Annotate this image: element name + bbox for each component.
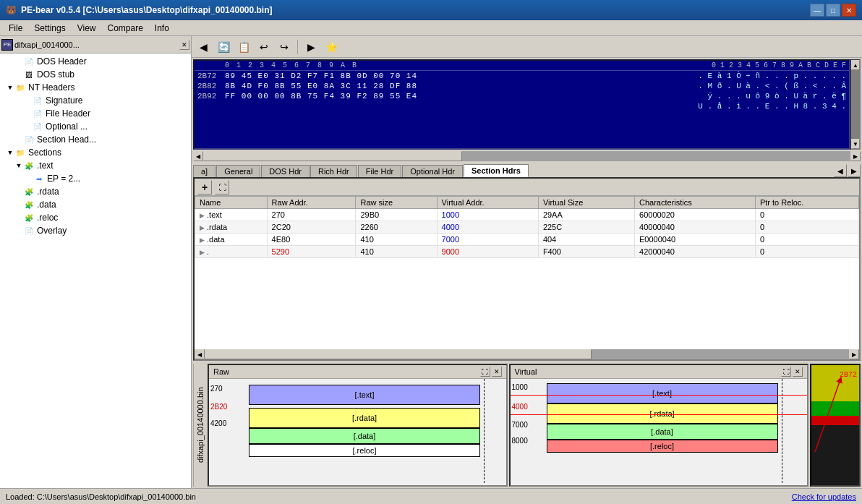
toolbar-star-button[interactable]: ⭐ — [323, 38, 340, 56]
raw-rdata-block[interactable]: [.rdata] — [249, 408, 480, 428]
tree-label-text: .text — [37, 161, 54, 171]
raw-data-block[interactable]: [.data] — [249, 428, 480, 444]
raw-reloc-block[interactable]: [.reloc] — [249, 444, 480, 457]
table-row[interactable]: ▶ .text 270 29B0 1000 29AA 60000020 0 — [195, 209, 859, 221]
col-chars[interactable]: Characteristics — [635, 197, 756, 209]
col-name[interactable]: Name — [195, 197, 268, 209]
tab-nav-left[interactable]: ◀ — [834, 164, 847, 177]
hex-hscroll-left[interactable]: ◀ — [193, 151, 203, 161]
hex-scroll-up[interactable]: ▲ — [851, 60, 860, 70]
tree-item-sections[interactable]: ▼ 📁 Sections — [1, 146, 189, 159]
virt-addr-4000: 4000 — [512, 403, 528, 411]
raw-panel-expand[interactable]: ⛶ — [480, 367, 490, 377]
menu-settings[interactable]: Settings — [28, 22, 71, 35]
hex-hscroll[interactable]: ◀ ▶ — [193, 151, 861, 161]
tree-item-ep[interactable]: ➡ EP = 2... — [1, 172, 189, 185]
toolbar-copy-button[interactable]: 📋 — [235, 38, 252, 56]
maximize-button[interactable]: □ — [826, 4, 840, 17]
table-hscroll[interactable]: ◀ ▶ — [195, 349, 859, 359]
tree-label-section-headers: Section Head... — [37, 134, 96, 145]
virt-text-block[interactable]: [.text] — [547, 383, 778, 403]
col-raw-size[interactable]: Raw size — [356, 197, 437, 209]
raw-text-block[interactable]: [.text] — [249, 385, 480, 405]
menu-view[interactable]: View — [72, 22, 102, 35]
dos-header-icon: 📄 — [23, 56, 35, 67]
tree-item-file-header[interactable]: 📄 File Header — [1, 107, 189, 120]
toolbar-back-button[interactable]: ◀ — [195, 38, 212, 56]
tree-item-dos-stub[interactable]: 🖼 DOS stub — [1, 68, 189, 81]
tab-dos-hdr[interactable]: DOS Hdr — [261, 165, 310, 177]
raw-addr-2b20: 2B20 — [210, 403, 227, 411]
tree-label-nt-headers: NT Headers — [28, 82, 74, 93]
tabs-header: a] General DOS Hdr Rich Hdr File Hdr Opt… — [193, 164, 861, 177]
svg-line-0 — [815, 380, 840, 452]
virt-dashed-line — [782, 379, 782, 483]
tree-item-overlay[interactable]: 📄 Overlay — [1, 224, 189, 237]
tab-a[interactable]: a] — [193, 165, 216, 177]
col-raw-addr[interactable]: Raw Addr. — [267, 197, 356, 209]
tree-item-signature[interactable]: 📄 Signature — [1, 94, 189, 107]
menu-info[interactable]: Info — [149, 22, 175, 35]
hex-addr-1: 2B72 — [197, 72, 225, 80]
sidebar-close-button[interactable]: ✕ — [179, 40, 189, 50]
hex-ascii-3: ÿ . . . u ô 9 ò . U ä r . ë ¶ — [702, 92, 846, 101]
expand-section-button[interactable]: ⛶ — [215, 180, 229, 195]
hex-hscroll-right[interactable]: ▶ — [850, 151, 861, 161]
table-hscroll-thumb[interactable] — [205, 349, 592, 359]
tree-label-dos-stub: DOS stub — [37, 69, 74, 80]
sections-data-table: Name Raw Addr. Raw size Virtual Addr. Vi… — [195, 196, 859, 258]
hex-bytes-header: 0 1 2 3 4 5 6 7 8 9 A B — [225, 61, 706, 69]
virt-data-block[interactable]: [.data] — [547, 424, 778, 440]
tree-item-optional[interactable]: 📄 Optional ... — [1, 120, 189, 133]
tab-optional-hdr[interactable]: Optional Hdr — [402, 165, 463, 177]
toolbar-forward-button[interactable]: ▶ — [302, 38, 320, 56]
tab-general[interactable]: General — [216, 165, 260, 177]
col-virt-addr[interactable]: Virtual Addr. — [437, 197, 538, 209]
toolbar-refresh-button[interactable]: 🔄 — [215, 38, 232, 56]
tab-section-hdrs[interactable]: Section Hdrs — [464, 164, 529, 177]
cell-virt-size: F400 — [538, 246, 634, 258]
hex-vscroll[interactable]: ▲ ▼ — [850, 59, 861, 150]
tree-item-dos-header[interactable]: 📄 DOS Header — [1, 55, 189, 68]
menu-file[interactable]: File — [3, 22, 28, 35]
cell-virt-addr: 1000 — [437, 209, 538, 221]
tree-item-rdata[interactable]: 🧩 .rdata — [1, 185, 189, 198]
col-virt-size[interactable]: Virtual Size — [538, 197, 634, 209]
table-row[interactable]: ▶ .data 4E80 410 7000 404 E0000040 0 — [195, 234, 859, 246]
table-hscroll-left[interactable]: ◀ — [195, 349, 205, 359]
raw-panel-close[interactable]: ✕ — [492, 367, 502, 377]
check-updates-link[interactable]: Check for updates — [792, 492, 856, 501]
menu-compare[interactable]: Compare — [102, 22, 149, 35]
content-area: ◀ 🔄 📋 ↩ ↪ ▶ ⭐ 0 1 2 3 4 5 6 7 8 9 A B 0 … — [192, 36, 862, 488]
virtual-panel-close[interactable]: ✕ — [793, 367, 803, 377]
minimize-button[interactable]: — — [810, 4, 824, 17]
virt-rdata-block[interactable]: [.rdata] — [547, 403, 778, 424]
tree-label-sections: Sections — [28, 148, 61, 158]
cell-raw-addr: 2C20 — [267, 221, 356, 234]
table-row[interactable]: ▶ .rdata 2C20 2260 4000 225C 40000040 0 — [195, 221, 859, 234]
tree-item-nt-headers[interactable]: ▼ 📁 NT Headers — [1, 81, 189, 94]
tree-item-section-headers[interactable]: 📄 Section Head... — [1, 133, 189, 146]
cell-raw-addr: 270 — [267, 209, 356, 221]
hex-hscroll-track — [203, 151, 850, 161]
hex-row-4: U . å . ì . . E . . H 8 . 3 4 . — [195, 101, 849, 111]
hex-hscroll-thumb[interactable] — [203, 151, 462, 161]
tree-item-text[interactable]: ▼ 🧩 .text — [1, 159, 189, 172]
col-ptr-reloc[interactable]: Ptr to Reloc. — [755, 197, 858, 209]
add-section-button[interactable]: + — [197, 180, 212, 195]
table-row[interactable]: ▶ . 5290 410 9000 F400 42000040 0 — [195, 246, 859, 258]
toolbar-redo-button[interactable]: ↪ — [276, 38, 293, 56]
virt-reloc-block[interactable]: [.reloc] — [547, 440, 778, 453]
cell-virt-size: 404 — [538, 234, 634, 246]
tab-nav-right[interactable]: ▶ — [848, 164, 861, 177]
virtual-panel-expand[interactable]: ⛶ — [781, 367, 791, 377]
tree-item-data[interactable]: 🧩 .data — [1, 198, 189, 211]
table-hscroll-right[interactable]: ▶ — [849, 349, 859, 359]
hex-scroll-down[interactable]: ▼ — [851, 139, 860, 149]
close-button[interactable]: ✕ — [842, 4, 856, 17]
nt-expand-arrow: ▼ — [6, 83, 14, 92]
tab-rich-hdr[interactable]: Rich Hdr — [310, 165, 357, 177]
tree-item-reloc[interactable]: 🧩 .reloc — [1, 211, 189, 224]
tab-file-hdr[interactable]: File Hdr — [358, 165, 402, 177]
toolbar-undo-button[interactable]: ↩ — [255, 38, 273, 56]
